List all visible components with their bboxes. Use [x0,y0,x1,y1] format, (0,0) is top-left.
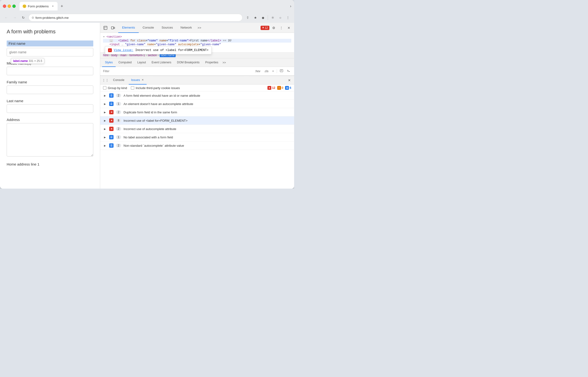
issue-expand-arrow[interactable]: ▶ [104,128,107,130]
info-badge-icon: ☰ [285,86,289,90]
issue-row[interactable]: ▶☰2A form field element should have an i… [100,92,294,100]
tab-title: Form problems [28,4,48,8]
devtools-toolbar: Elements Console Sources Network >> [100,23,294,33]
browser-tab[interactable]: 🙁 Form problems × [20,2,57,11]
group-by-kind-checkbox-input[interactable] [103,86,106,90]
tab-elements[interactable]: Elements [118,23,139,33]
refresh-button[interactable]: ↻ [20,14,27,21]
view-issue-link[interactable]: View issue: [114,48,134,52]
form-label-familyname: Family name [7,80,93,84]
tab-close-button[interactable]: × [51,4,55,8]
form-input-lastname[interactable] [7,104,93,113]
issue-expand-arrow[interactable]: ▶ [104,144,107,147]
svg-rect-4 [114,27,115,29]
panel-drag-icon[interactable]: ⋮⋮ [102,77,109,83]
settings-icon[interactable]: ⚙ [270,24,277,31]
form-input-familyname[interactable] [7,85,93,94]
panel-tab-console[interactable]: Console [111,76,127,84]
minimize-button[interactable] [8,4,11,8]
issue-expand-arrow[interactable]: ▶ [104,111,107,114]
maximize-button[interactable] [12,4,16,8]
issue-type-icon: ✕ [109,110,113,114]
form-input-address[interactable] [7,123,93,156]
warning-count-text: 0 [282,86,283,90]
form-input-firstname[interactable] [7,48,93,57]
issue-expand-arrow[interactable]: ▶ [104,94,107,97]
new-style-rule-button[interactable] [279,69,284,74]
tab-menu-button[interactable]: › [290,4,291,8]
subtab-properties[interactable]: Properties [203,58,221,67]
error-count-badge[interactable]: ✕ 12 [260,26,269,30]
issue-row[interactable]: ▶☰1No label associated with a form field [100,133,294,141]
subtab-dom-breakpoints[interactable]: DOM Breakpoints [174,58,203,67]
styles-filter-input[interactable] [103,70,252,73]
menu-icon[interactable]: ⋮ [285,14,291,21]
hov-filter-button[interactable]: :hov [254,69,261,73]
form-field-lastname: Last name [7,99,93,113]
html-line-section: ▾ <section> [103,35,291,39]
tab-network[interactable]: Network [177,23,196,33]
browser-window: 🙁 Form problems × + › ← → ↻ ⊙ form-probl… [0,0,294,188]
subtabs-more-button[interactable]: >> [221,61,227,64]
share-icon[interactable]: ⇧ [244,14,251,21]
page-title: A form with problems [7,29,93,35]
subtab-layout[interactable]: Layout [135,58,149,67]
bookmark-icon[interactable]: ★ [252,14,259,21]
computed-style-button[interactable] [286,69,291,74]
new-tab-button[interactable]: + [58,3,65,10]
issue-row[interactable]: ▶☰2Non-standard `autocomplete` attribute… [100,141,294,150]
third-party-checkbox-input[interactable] [131,86,134,90]
tooltip-dimensions: 331 × 25.5 [29,59,42,63]
tab-sources[interactable]: Sources [158,23,177,33]
info-count: ☰ 6 [285,86,291,90]
issue-row[interactable]: ▶☰1An element doesn't have an autocomple… [100,100,294,108]
subtab-event-listeners[interactable]: Event Listeners [149,58,174,67]
html-line-label[interactable]: … <label for class="name" name="first-na… [103,39,291,43]
panel-close-button[interactable]: ✕ [286,77,292,83]
issue-expand-arrow[interactable]: ▶ [104,136,107,139]
issues-tab-close[interactable]: ✕ [141,78,144,82]
issue-text: Non-standard `autocomplete` attribute va… [124,144,290,147]
close-button[interactable] [3,4,6,8]
issue-row[interactable]: ▶✕2Duplicate form field id in the same f… [100,108,294,117]
warning-count: ! 0 [277,86,283,90]
extension-icon[interactable]: ◆ [260,14,266,21]
group-by-kind-checkbox[interactable]: Group by kind [103,86,127,90]
traffic-lights [3,4,16,8]
devtools-tabs: Elements Console Sources Network >> [118,23,203,33]
issue-count: 1 [116,102,121,106]
more-options-icon[interactable]: ⋮ [278,24,285,31]
form-label-address: Address [7,118,93,122]
devtools-panel: Elements Console Sources Network >> [100,23,294,188]
issue-expand-arrow[interactable]: ▶ [104,103,107,105]
view-issue-message: Incorrect use of <label for=FORM_ELEMENT… [136,48,209,52]
back-button[interactable]: ← [3,14,10,21]
third-party-checkbox[interactable]: Include third-party cookie issues [131,86,180,90]
issue-count: 2 [116,127,121,131]
form-field-familyname: Family name [7,80,93,94]
form-input-middlename[interactable] [7,67,93,75]
profile-icon[interactable]: ○ [277,14,284,21]
subtab-computed[interactable]: Computed [116,58,135,67]
add-style-button[interactable]: + [271,69,275,73]
device-toggle-icon[interactable] [110,24,116,31]
url-bar[interactable]: ⊙ form-problems.glitch.me [29,14,242,22]
tab-console[interactable]: Console [139,23,158,33]
devtools-subtabs: Styles Computed Layout Event Listeners D… [100,58,294,67]
forward-button[interactable]: → [11,14,18,21]
issue-expand-arrow[interactable]: ▶ [104,119,107,122]
issue-row[interactable]: ▶✕2Incorrect use of autocomplete attribu… [100,125,294,133]
issue-type-icon: ☰ [109,102,113,106]
inspect-element-icon[interactable] [102,24,109,31]
panel-tab-issues[interactable]: Issues ✕ [129,76,147,84]
lab-icon[interactable]: ⚛ [269,14,276,21]
subtab-styles[interactable]: Styles [102,58,116,67]
cls-filter-button[interactable]: .cls [263,69,269,73]
third-party-label: Include third-party cookie issues [136,86,180,90]
issue-text: An element doesn't have an autocomplete … [124,102,290,106]
title-bar: 🙁 Form problems × + › [0,0,294,12]
issue-row[interactable]: ▶✕8Incorrect use of <label for=FORM_ELEM… [100,117,294,125]
tabs-more-button[interactable]: >> [196,23,203,33]
close-devtools-icon[interactable]: ✕ [285,24,292,31]
devtools-toolbar-right: ✕ 12 ⚙ ⋮ ✕ [260,24,292,31]
